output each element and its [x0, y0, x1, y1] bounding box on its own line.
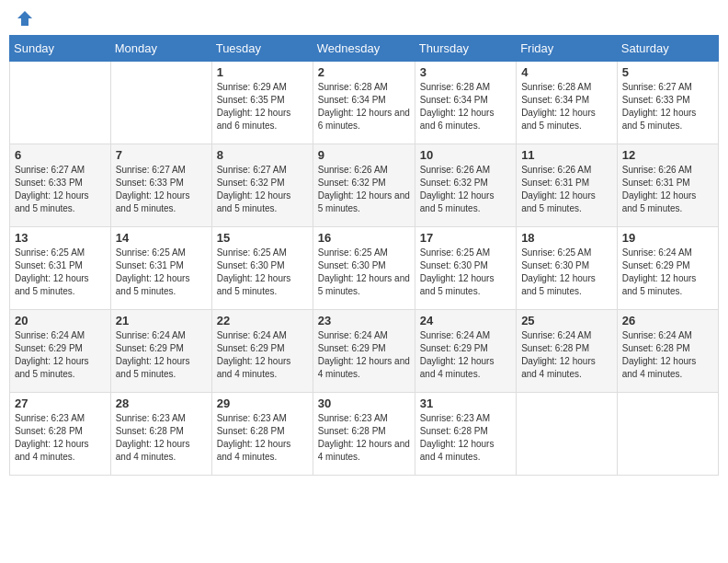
calendar-cell: 14Sunrise: 6:25 AMSunset: 6:31 PMDayligh…	[110, 227, 211, 310]
calendar-cell: 1Sunrise: 6:29 AMSunset: 6:35 PMDaylight…	[211, 62, 313, 144]
day-number: 2	[318, 65, 410, 79]
day-number: 22	[217, 314, 308, 327]
calendar-header-row: SundayMondayTuesdayWednesdayThursdayFrid…	[10, 36, 719, 62]
day-info: Sunrise: 6:27 AMSunset: 6:32 PMDaylight:…	[217, 164, 308, 215]
day-info: Sunrise: 6:23 AMSunset: 6:28 PMDaylight:…	[217, 412, 308, 464]
day-number: 21	[116, 314, 207, 327]
calendar-cell: 15Sunrise: 6:25 AMSunset: 6:30 PMDayligh…	[211, 227, 313, 310]
day-info: Sunrise: 6:26 AMSunset: 6:32 PMDaylight:…	[318, 164, 410, 215]
day-number: 26	[622, 314, 713, 327]
calendar-cell: 25Sunrise: 6:24 AMSunset: 6:28 PMDayligh…	[517, 310, 618, 393]
day-number: 25	[521, 314, 612, 327]
day-number: 10	[420, 148, 511, 162]
day-info: Sunrise: 6:23 AMSunset: 6:28 PMDaylight:…	[15, 412, 106, 464]
day-info: Sunrise: 6:28 AMSunset: 6:34 PMDaylight:…	[420, 81, 511, 132]
day-info: Sunrise: 6:27 AMSunset: 6:33 PMDaylight:…	[622, 81, 713, 132]
day-number: 5	[622, 65, 713, 79]
day-info: Sunrise: 6:23 AMSunset: 6:28 PMDaylight:…	[420, 412, 511, 464]
day-number: 7	[116, 148, 207, 162]
calendar-cell: 24Sunrise: 6:24 AMSunset: 6:29 PMDayligh…	[415, 310, 516, 393]
day-info: Sunrise: 6:25 AMSunset: 6:30 PMDaylight:…	[318, 247, 410, 298]
calendar-cell: 4Sunrise: 6:28 AMSunset: 6:34 PMDaylight…	[517, 62, 618, 144]
calendar-cell: 30Sunrise: 6:23 AMSunset: 6:28 PMDayligh…	[313, 393, 415, 476]
calendar-cell: 31Sunrise: 6:23 AMSunset: 6:28 PMDayligh…	[415, 393, 516, 476]
calendar-week-row: 20Sunrise: 6:24 AMSunset: 6:29 PMDayligh…	[10, 310, 719, 393]
day-info: Sunrise: 6:24 AMSunset: 6:28 PMDaylight:…	[521, 329, 612, 381]
calendar-cell: 17Sunrise: 6:25 AMSunset: 6:30 PMDayligh…	[415, 227, 516, 310]
col-header-thursday: Thursday	[415, 36, 516, 62]
day-number: 8	[217, 148, 308, 162]
col-header-sunday: Sunday	[10, 36, 111, 62]
day-info: Sunrise: 6:24 AMSunset: 6:29 PMDaylight:…	[318, 329, 410, 381]
day-info: Sunrise: 6:26 AMSunset: 6:31 PMDaylight:…	[622, 164, 713, 215]
logo	[14, 9, 34, 28]
svg-marker-0	[17, 11, 32, 26]
day-info: Sunrise: 6:26 AMSunset: 6:32 PMDaylight:…	[420, 164, 511, 215]
calendar-cell: 21Sunrise: 6:24 AMSunset: 6:29 PMDayligh…	[110, 310, 211, 393]
calendar-cell: 16Sunrise: 6:25 AMSunset: 6:30 PMDayligh…	[313, 227, 415, 310]
day-info: Sunrise: 6:23 AMSunset: 6:28 PMDaylight:…	[318, 412, 410, 464]
day-number: 17	[420, 231, 511, 245]
calendar-cell: 5Sunrise: 6:27 AMSunset: 6:33 PMDaylight…	[617, 62, 718, 144]
calendar-cell: 11Sunrise: 6:26 AMSunset: 6:31 PMDayligh…	[517, 144, 618, 227]
day-info: Sunrise: 6:24 AMSunset: 6:29 PMDaylight:…	[116, 329, 207, 381]
day-number: 15	[217, 231, 308, 245]
day-number: 19	[622, 231, 713, 245]
calendar-cell: 7Sunrise: 6:27 AMSunset: 6:33 PMDaylight…	[110, 144, 211, 227]
day-info: Sunrise: 6:26 AMSunset: 6:31 PMDaylight:…	[521, 164, 612, 215]
col-header-wednesday: Wednesday	[313, 36, 415, 62]
day-info: Sunrise: 6:25 AMSunset: 6:30 PMDaylight:…	[521, 247, 612, 298]
calendar-cell: 18Sunrise: 6:25 AMSunset: 6:30 PMDayligh…	[517, 227, 618, 310]
col-header-friday: Friday	[517, 36, 618, 62]
calendar-cell: 3Sunrise: 6:28 AMSunset: 6:34 PMDaylight…	[415, 62, 516, 144]
col-header-tuesday: Tuesday	[211, 36, 313, 62]
calendar-cell: 20Sunrise: 6:24 AMSunset: 6:29 PMDayligh…	[10, 310, 111, 393]
day-number: 14	[116, 231, 207, 245]
day-info: Sunrise: 6:28 AMSunset: 6:34 PMDaylight:…	[521, 81, 612, 132]
day-number: 20	[15, 314, 106, 327]
day-number: 24	[420, 314, 511, 327]
day-info: Sunrise: 6:24 AMSunset: 6:29 PMDaylight:…	[217, 329, 308, 381]
day-info: Sunrise: 6:25 AMSunset: 6:30 PMDaylight:…	[420, 247, 511, 298]
calendar-cell: 23Sunrise: 6:24 AMSunset: 6:29 PMDayligh…	[313, 310, 415, 393]
calendar-cell: 12Sunrise: 6:26 AMSunset: 6:31 PMDayligh…	[617, 144, 718, 227]
calendar-cell: 27Sunrise: 6:23 AMSunset: 6:28 PMDayligh…	[10, 393, 111, 476]
calendar-cell	[617, 393, 718, 476]
calendar-cell	[110, 62, 211, 144]
day-number: 9	[318, 148, 410, 162]
calendar-cell: 13Sunrise: 6:25 AMSunset: 6:31 PMDayligh…	[10, 227, 111, 310]
day-info: Sunrise: 6:25 AMSunset: 6:31 PMDaylight:…	[116, 247, 207, 298]
day-info: Sunrise: 6:25 AMSunset: 6:31 PMDaylight:…	[15, 247, 106, 298]
day-number: 3	[420, 65, 511, 79]
day-number: 11	[521, 148, 612, 162]
day-info: Sunrise: 6:28 AMSunset: 6:34 PMDaylight:…	[318, 81, 410, 132]
day-info: Sunrise: 6:23 AMSunset: 6:28 PMDaylight:…	[116, 412, 207, 464]
calendar-cell: 6Sunrise: 6:27 AMSunset: 6:33 PMDaylight…	[10, 144, 111, 227]
calendar-cell: 29Sunrise: 6:23 AMSunset: 6:28 PMDayligh…	[211, 393, 313, 476]
calendar-cell: 8Sunrise: 6:27 AMSunset: 6:32 PMDaylight…	[211, 144, 313, 227]
day-number: 28	[116, 396, 207, 410]
day-info: Sunrise: 6:24 AMSunset: 6:28 PMDaylight:…	[622, 329, 713, 381]
calendar-cell: 22Sunrise: 6:24 AMSunset: 6:29 PMDayligh…	[211, 310, 313, 393]
col-header-saturday: Saturday	[617, 36, 718, 62]
calendar-cell: 10Sunrise: 6:26 AMSunset: 6:32 PMDayligh…	[415, 144, 516, 227]
calendar-week-row: 6Sunrise: 6:27 AMSunset: 6:33 PMDaylight…	[10, 144, 719, 227]
day-number: 4	[521, 65, 612, 79]
day-number: 16	[318, 231, 410, 245]
day-info: Sunrise: 6:24 AMSunset: 6:29 PMDaylight:…	[622, 247, 713, 298]
calendar-cell: 26Sunrise: 6:24 AMSunset: 6:28 PMDayligh…	[617, 310, 718, 393]
day-info: Sunrise: 6:27 AMSunset: 6:33 PMDaylight:…	[15, 164, 106, 215]
day-number: 12	[622, 148, 713, 162]
calendar-week-row: 1Sunrise: 6:29 AMSunset: 6:35 PMDaylight…	[10, 62, 719, 144]
calendar: SundayMondayTuesdayWednesdayThursdayFrid…	[9, 35, 719, 476]
day-number: 23	[318, 314, 410, 327]
day-number: 29	[217, 396, 308, 410]
logo-icon	[16, 9, 34, 28]
calendar-cell: 2Sunrise: 6:28 AMSunset: 6:34 PMDaylight…	[313, 62, 415, 144]
day-number: 30	[318, 396, 410, 410]
day-number: 31	[420, 396, 511, 410]
day-number: 1	[217, 65, 308, 79]
calendar-week-row: 13Sunrise: 6:25 AMSunset: 6:31 PMDayligh…	[10, 227, 719, 310]
day-info: Sunrise: 6:24 AMSunset: 6:29 PMDaylight:…	[420, 329, 511, 381]
calendar-week-row: 27Sunrise: 6:23 AMSunset: 6:28 PMDayligh…	[10, 393, 719, 476]
